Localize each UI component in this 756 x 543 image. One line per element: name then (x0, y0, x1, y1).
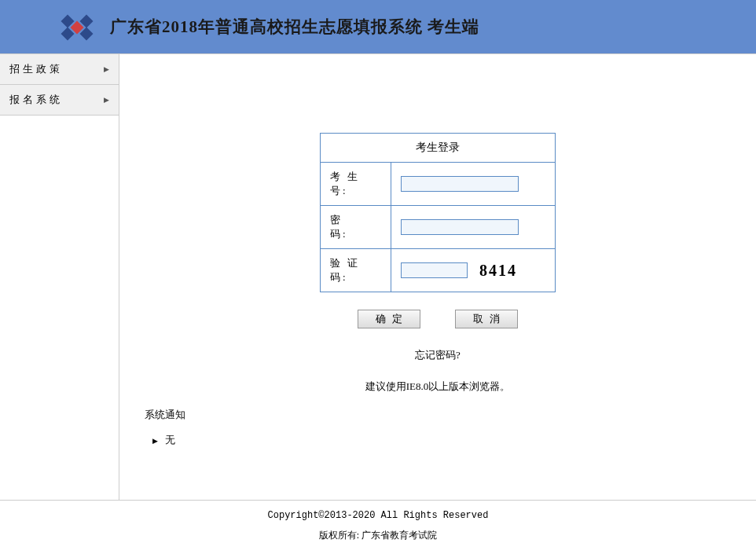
bullet-icon: ▶ (152, 437, 158, 445)
password-label: 密 码: (321, 206, 391, 249)
footer-copyright: Copyright©2013-2020 All Rights Reserved (0, 510, 756, 521)
notice-item-text: 无 (165, 434, 175, 446)
password-input[interactable] (401, 219, 519, 235)
login-panel-title: 考生登录 (321, 134, 556, 163)
browser-hint: 建议使用IE8.0以上版本浏览器。 (119, 380, 756, 394)
forgot-password-link[interactable]: 忘记密码? (415, 349, 461, 361)
confirm-button[interactable]: 确定 (358, 310, 420, 328)
header-bar: 广东省2018年普通高校招生志愿填报系统 考生端 (0, 0, 756, 53)
chevron-right-icon: ▶ (104, 65, 109, 73)
notice-block: 系统通知 ▶ 无 (145, 408, 756, 447)
sidebar-item-label: 报名系统 (9, 93, 63, 107)
sidebar-item-register[interactable]: 报名系统 ▶ (0, 85, 119, 116)
sidebar-item-label: 招生政策 (9, 62, 63, 76)
notice-title: 系统通知 (145, 408, 756, 422)
notice-item: ▶ 无 (152, 433, 756, 447)
main-content: 考生登录 考 生 号: 密 码: 验 证 码: 8414 (119, 54, 756, 500)
logo-icon (63, 15, 94, 39)
captcha-input[interactable] (401, 262, 468, 278)
student-id-input[interactable] (401, 176, 519, 192)
footer: Copyright©2013-2020 All Rights Reserved … (0, 500, 756, 542)
footer-owner: 版权所有: 广东省教育考试院 (0, 529, 756, 542)
sidebar: 招生政策 ▶ 报名系统 ▶ (0, 54, 119, 500)
sidebar-item-policy[interactable]: 招生政策 ▶ (0, 54, 119, 85)
chevron-right-icon: ▶ (104, 96, 109, 104)
captcha-label: 验 证 码: (321, 249, 391, 292)
login-panel: 考生登录 考 生 号: 密 码: 验 证 码: 8414 (320, 133, 556, 292)
cancel-button[interactable]: 取消 (455, 310, 518, 328)
page-title: 广东省2018年普通高校招生志愿填报系统 考生端 (110, 16, 479, 38)
student-id-label: 考 生 号: (321, 163, 391, 206)
captcha-image[interactable]: 8414 (479, 262, 517, 280)
